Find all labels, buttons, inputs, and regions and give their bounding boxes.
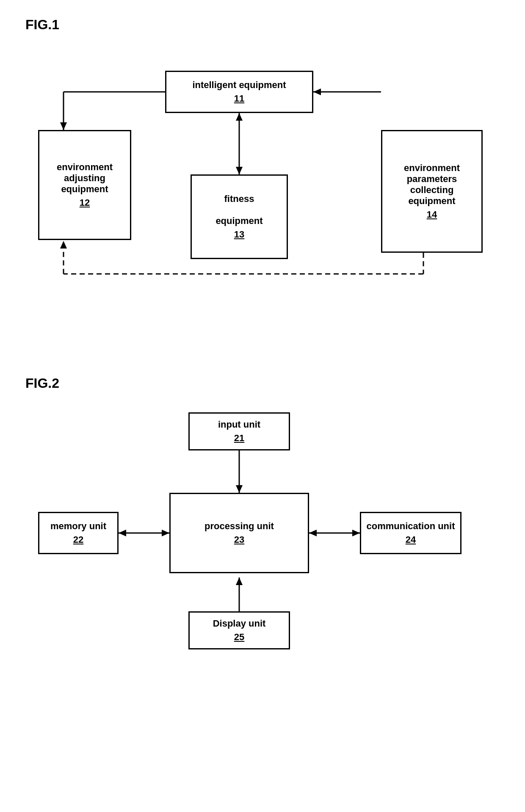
fitness-equipment-box: fitness equipment 13 xyxy=(191,174,288,259)
fitness-equipment-ref: 13 xyxy=(234,229,244,240)
environment-parameters-box: environment parameters collecting equipm… xyxy=(381,130,483,253)
svg-marker-19 xyxy=(352,530,360,536)
svg-marker-7 xyxy=(313,88,321,95)
input-unit-label: input unit xyxy=(218,419,260,430)
environment-adjusting-label: environment adjusting equipment xyxy=(57,162,113,195)
communication-unit-ref: 24 xyxy=(406,534,416,545)
svg-marker-16 xyxy=(119,530,126,536)
svg-marker-18 xyxy=(309,530,317,536)
environment-parameters-ref: 14 xyxy=(427,209,437,220)
intelligent-equipment-label: intelligent equipment xyxy=(192,80,286,91)
communication-unit-box: communication unit 24 xyxy=(360,512,461,554)
communication-unit-label: communication unit xyxy=(367,521,455,532)
svg-marker-15 xyxy=(162,530,169,536)
svg-marker-13 xyxy=(236,485,243,493)
processing-unit-label: processing unit xyxy=(204,521,274,532)
fig2-label: FIG.2 xyxy=(25,376,500,391)
input-unit-ref: 21 xyxy=(234,433,244,444)
display-unit-box: Display unit 25 xyxy=(188,611,290,649)
memory-unit-label: memory unit xyxy=(50,521,106,532)
svg-marker-5 xyxy=(236,167,243,174)
processing-unit-ref: 23 xyxy=(234,534,244,545)
fitness-equipment-label: fitness equipment xyxy=(216,193,262,226)
display-unit-ref: 25 xyxy=(234,632,244,643)
environment-parameters-label: environment parameters collecting equipm… xyxy=(404,163,460,207)
environment-adjusting-ref: 12 xyxy=(80,197,90,208)
fig1-diagram: intelligent equipment 11 environment adj… xyxy=(25,45,500,350)
display-unit-label: Display unit xyxy=(213,618,266,629)
memory-unit-box: memory unit 22 xyxy=(38,512,119,554)
svg-marker-4 xyxy=(236,113,243,121)
memory-unit-ref: 22 xyxy=(73,534,83,545)
fig2-diagram: input unit 21 memory unit 22 processing … xyxy=(25,404,500,666)
processing-unit-box: processing unit 23 xyxy=(169,493,309,573)
fig1-label: FIG.1 xyxy=(25,17,500,33)
svg-marker-11 xyxy=(60,241,67,249)
environment-adjusting-box: environment adjusting equipment 12 xyxy=(38,130,131,240)
input-unit-box: input unit 21 xyxy=(188,412,290,450)
svg-marker-21 xyxy=(236,577,243,585)
intelligent-equipment-ref: 11 xyxy=(234,93,244,104)
svg-marker-2 xyxy=(60,122,67,130)
intelligent-equipment-box: intelligent equipment 11 xyxy=(165,71,313,113)
